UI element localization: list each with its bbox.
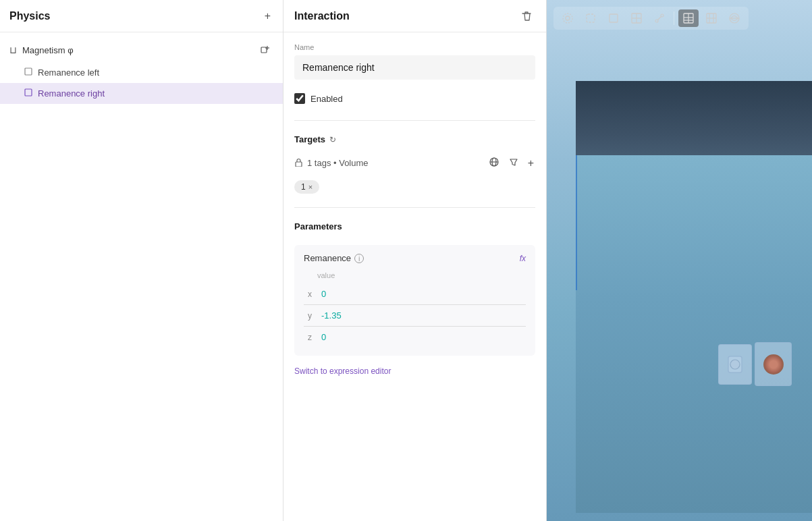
svg-point-10: [563, 13, 572, 23]
toolbar-divider: [674, 11, 674, 25]
axis-y-label: y: [304, 311, 312, 321]
rect-button[interactable]: [603, 9, 624, 27]
tag-chip-1: 1 ×: [294, 180, 319, 194]
parameters-section: Parameters Remanence i fx value x: [294, 221, 535, 376]
svg-point-16: [655, 20, 658, 22]
param-name-label: Remanence: [304, 253, 351, 263]
remanence-left-label: Remanence left: [38, 67, 99, 78]
x-value-input[interactable]: [319, 287, 526, 300]
filter-icon: [509, 157, 518, 167]
magnet-objects: [718, 342, 792, 386]
name-field-group: Name: [294, 43, 535, 80]
physics-sidebar: Physics + ⊔ Magnetism φ: [0, 0, 283, 521]
focus-button[interactable]: [558, 9, 578, 27]
more-button[interactable]: [724, 9, 745, 27]
magnetism-icon: ⊔: [9, 45, 17, 55]
physics-title: Physics: [9, 10, 50, 22]
item-icon-left: [24, 67, 32, 78]
add-physics-button[interactable]: +: [262, 9, 273, 24]
add-layer-icon: [260, 45, 271, 55]
name-label: Name: [294, 43, 535, 51]
fx-button[interactable]: fx: [520, 254, 526, 263]
table1-icon: [682, 12, 695, 24]
rect-icon: [607, 12, 620, 24]
add-target-button[interactable]: +: [526, 156, 535, 171]
z-value-input[interactable]: [319, 331, 526, 344]
magnet-left-icon: [725, 351, 745, 378]
svg-point-9: [566, 16, 570, 20]
delete-icon: [520, 10, 533, 22]
physics-item-remanence-right[interactable]: Remanence right: [0, 83, 283, 104]
physics-header-actions: +: [262, 9, 273, 24]
tag-chips-area: 1 ×: [294, 180, 535, 194]
item-icon-right: [24, 88, 32, 99]
grid-button[interactable]: [626, 9, 647, 27]
tag-close-button[interactable]: ×: [308, 183, 313, 191]
svg-point-17: [661, 14, 664, 17]
tags-info: 1 tags • Volume: [307, 158, 369, 168]
select-button[interactable]: [580, 9, 601, 27]
svg-line-18: [658, 17, 661, 20]
svg-rect-3: [25, 68, 32, 75]
viewport-toolbar: [553, 7, 749, 30]
switch-expression-link[interactable]: Switch to expression editor: [294, 364, 535, 376]
divider-2: [294, 207, 535, 208]
table1-button[interactable]: [678, 9, 699, 27]
param-name: Remanence i: [304, 253, 364, 263]
globe-button[interactable]: [487, 155, 501, 171]
globe-icon: [489, 157, 499, 167]
axis-x-label: x: [304, 290, 312, 299]
scene-edge: [576, 155, 577, 290]
refresh-icon[interactable]: ↻: [329, 135, 336, 144]
value-col-label: value: [304, 271, 526, 279]
physics-group-magnetism[interactable]: ⊔ Magnetism φ: [0, 38, 283, 62]
enabled-label: Enabled: [310, 94, 343, 104]
svg-point-30: [730, 360, 740, 369]
focus-icon: [562, 12, 574, 24]
param-row-y: y: [304, 305, 526, 327]
table2-icon: [705, 12, 718, 24]
info-icon[interactable]: i: [354, 254, 364, 263]
add-group-item-button[interactable]: [257, 43, 273, 57]
physics-header: Physics +: [0, 0, 283, 32]
interaction-header: Interaction: [283, 0, 546, 32]
tag-value: 1: [301, 182, 306, 192]
param-row-z: z: [304, 327, 526, 348]
filter-button[interactable]: [508, 156, 520, 170]
targets-section: Targets ↻ 1 tags • Volume: [294, 134, 535, 194]
3d-scene: [576, 81, 812, 513]
interaction-body: Name Enabled Targets ↻: [283, 32, 546, 387]
delete-interaction-button[interactable]: [518, 9, 535, 24]
divider-1: [294, 120, 535, 121]
scene-wall-side: [576, 155, 812, 513]
table2-button[interactable]: [701, 9, 722, 27]
more-icon: [728, 12, 740, 24]
axis-z-label: z: [304, 333, 312, 342]
group-actions: [257, 43, 273, 57]
svg-rect-12: [610, 14, 618, 22]
param-row-x: x: [304, 283, 526, 305]
name-input[interactable]: [294, 55, 535, 80]
svg-rect-5: [296, 162, 302, 167]
interaction-panel: Interaction Name Enabled Targets ↻: [283, 0, 547, 521]
targets-header: Targets ↻: [294, 134, 535, 144]
physics-list: ⊔ Magnetism φ Remanence left: [0, 32, 283, 109]
physics-item-remanence-left[interactable]: Remanence left: [0, 62, 283, 83]
select-icon: [585, 12, 597, 24]
interaction-title: Interaction: [294, 10, 350, 22]
connect-button[interactable]: [649, 9, 670, 27]
targets-title: Targets: [294, 134, 325, 144]
enabled-checkbox[interactable]: [294, 93, 305, 104]
enabled-row: Enabled: [294, 90, 535, 107]
svg-rect-11: [587, 14, 595, 22]
connect-icon: [653, 12, 666, 24]
viewport: [547, 0, 812, 521]
remanence-param-card: Remanence i fx value x y: [294, 245, 535, 356]
targets-info: 1 tags • Volume: [294, 158, 369, 169]
grid-icon: [630, 12, 643, 24]
y-value-input[interactable]: [319, 309, 526, 322]
lock-icon: [294, 158, 303, 169]
remanence-right-label: Remanence right: [38, 88, 105, 99]
svg-rect-4: [25, 89, 32, 96]
magnet-right-object: [755, 342, 792, 386]
